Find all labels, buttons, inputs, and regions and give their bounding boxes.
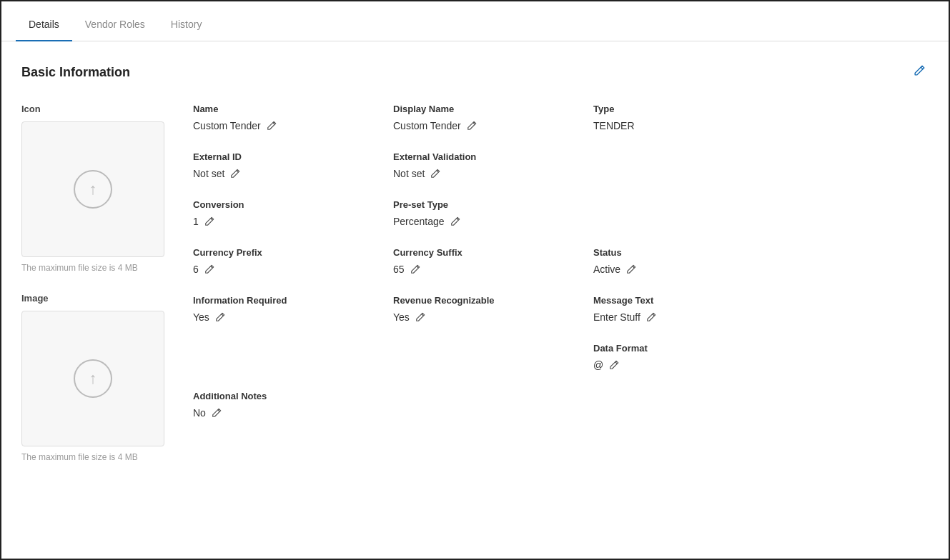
- field-status-value: Active: [593, 264, 779, 275]
- pencil-icon: [913, 64, 926, 77]
- field-information-required-value: Yes: [193, 311, 379, 323]
- field-preset-type-edit[interactable]: [450, 216, 460, 226]
- field-status-text: Active: [593, 264, 620, 275]
- field-display-name-label: Display Name: [393, 104, 579, 114]
- field-additional-notes-value: No: [193, 407, 379, 419]
- field-data-format-text: @: [593, 359, 603, 371]
- field-revenue-recognizable: Revenue Recognizable Yes: [393, 295, 593, 343]
- field-conversion-edit[interactable]: [204, 216, 214, 226]
- field-currency-prefix-value: 6: [193, 264, 379, 275]
- field-external-validation: External Validation Not set: [393, 151, 593, 199]
- field-conversion-value: 1: [193, 216, 379, 227]
- field-status-label: Status: [593, 247, 779, 258]
- field-message-text-label: Message Text: [593, 295, 779, 306]
- field-conversion-label: Conversion: [193, 199, 379, 210]
- tabs-bar: Details Vendor Roles History: [1, 1, 949, 41]
- field-empty-3: [193, 343, 393, 391]
- field-empty-6: [593, 391, 793, 439]
- field-name-text: Custom Tender: [193, 120, 261, 131]
- field-data-format: Data Format @: [593, 343, 793, 391]
- field-message-text-edit[interactable]: [646, 312, 656, 322]
- icon-upload-arrow: ↑: [89, 181, 97, 197]
- field-revenue-recognizable-value: Yes: [393, 311, 579, 323]
- icon-upload-circle: ↑: [74, 170, 112, 209]
- image-file-note: The maximum file size is 4 MB: [21, 452, 176, 462]
- field-empty-1: [593, 151, 793, 199]
- tab-history[interactable]: History: [158, 7, 215, 41]
- field-currency-prefix-label: Currency Prefix: [193, 247, 379, 258]
- field-external-validation-label: External Validation: [393, 151, 579, 162]
- field-status-edit[interactable]: [626, 264, 636, 274]
- field-currency-suffix-label: Currency Suffix: [393, 247, 579, 258]
- field-data-format-value: @: [593, 359, 779, 371]
- field-message-text: Message Text Enter Stuff: [593, 295, 793, 343]
- field-display-name: Display Name Custom Tender: [393, 104, 593, 151]
- left-panel: Icon ↑ The maximum file size is 4 MB Ima…: [21, 104, 193, 482]
- field-type-label: Type: [593, 104, 779, 114]
- field-type: Type TENDER: [593, 104, 793, 151]
- field-external-id-label: External ID: [193, 151, 379, 162]
- icon-upload-box[interactable]: ↑: [21, 121, 164, 257]
- field-revenue-recognizable-label: Revenue Recognizable: [393, 295, 579, 306]
- field-type-text: TENDER: [593, 120, 635, 131]
- field-data-format-edit[interactable]: [609, 360, 619, 370]
- field-type-value: TENDER: [593, 120, 779, 131]
- field-revenue-recognizable-edit[interactable]: [415, 312, 425, 322]
- field-name-value: Custom Tender: [193, 120, 379, 131]
- field-external-id-text: Not set: [193, 168, 224, 179]
- field-additional-notes-label: Additional Notes: [193, 391, 379, 401]
- image-upload-box[interactable]: ↑: [21, 311, 164, 446]
- main-content: Basic Information Icon ↑ The maximum fil…: [1, 41, 949, 502]
- field-empty-5: [393, 391, 593, 439]
- fields-grid: Name Custom Tender Display Name Custom T…: [193, 104, 929, 439]
- field-currency-suffix-edit[interactable]: [410, 264, 420, 274]
- field-revenue-recognizable-text: Yes: [393, 311, 410, 323]
- tab-vendor-roles[interactable]: Vendor Roles: [72, 7, 158, 41]
- field-currency-prefix-edit[interactable]: [204, 264, 214, 274]
- field-information-required-edit[interactable]: [215, 312, 225, 322]
- field-information-required: Information Required Yes: [193, 295, 393, 343]
- field-name-label: Name: [193, 104, 379, 114]
- icon-file-note: The maximum file size is 4 MB: [21, 263, 176, 273]
- field-additional-notes-text: No: [193, 407, 206, 419]
- field-information-required-label: Information Required: [193, 295, 379, 306]
- image-upload-arrow: ↑: [89, 371, 97, 386]
- field-display-name-value: Custom Tender: [393, 120, 579, 131]
- right-panel: Name Custom Tender Display Name Custom T…: [193, 104, 929, 482]
- field-currency-suffix-text: 65: [393, 264, 405, 275]
- section-edit-button[interactable]: [910, 61, 929, 84]
- field-display-name-edit[interactable]: [467, 121, 477, 131]
- field-name: Name Custom Tender: [193, 104, 393, 151]
- field-preset-type-label: Pre-set Type: [393, 199, 579, 210]
- field-empty-2: [593, 199, 793, 247]
- field-preset-type-text: Percentage: [393, 216, 445, 227]
- tab-details[interactable]: Details: [16, 7, 72, 41]
- field-external-id: External ID Not set: [193, 151, 393, 199]
- image-upload-circle: ↑: [74, 359, 112, 398]
- field-message-text-value: Enter Stuff: [593, 311, 779, 323]
- field-external-id-edit[interactable]: [230, 169, 240, 179]
- field-currency-prefix: Currency Prefix 6: [193, 247, 393, 295]
- field-additional-notes-edit[interactable]: [212, 408, 222, 418]
- image-label: Image: [21, 293, 176, 304]
- field-conversion-text: 1: [193, 216, 199, 227]
- field-external-validation-text: Not set: [393, 168, 425, 179]
- field-information-required-text: Yes: [193, 311, 209, 323]
- section-header: Basic Information: [21, 61, 929, 84]
- content-grid: Icon ↑ The maximum file size is 4 MB Ima…: [21, 104, 929, 482]
- field-external-validation-edit[interactable]: [430, 169, 440, 179]
- field-currency-suffix: Currency Suffix 65: [393, 247, 593, 295]
- field-external-validation-value: Not set: [393, 168, 579, 179]
- field-name-edit[interactable]: [267, 121, 277, 131]
- field-conversion: Conversion 1: [193, 199, 393, 247]
- field-external-id-value: Not set: [193, 168, 379, 179]
- field-data-format-label: Data Format: [593, 343, 779, 354]
- field-message-text-text: Enter Stuff: [593, 311, 640, 323]
- section-title: Basic Information: [21, 65, 130, 80]
- field-currency-suffix-value: 65: [393, 264, 579, 275]
- field-preset-type: Pre-set Type Percentage: [393, 199, 593, 247]
- field-display-name-text: Custom Tender: [393, 120, 461, 131]
- field-currency-prefix-text: 6: [193, 264, 199, 275]
- icon-label: Icon: [21, 104, 176, 114]
- field-additional-notes: Additional Notes No: [193, 391, 393, 439]
